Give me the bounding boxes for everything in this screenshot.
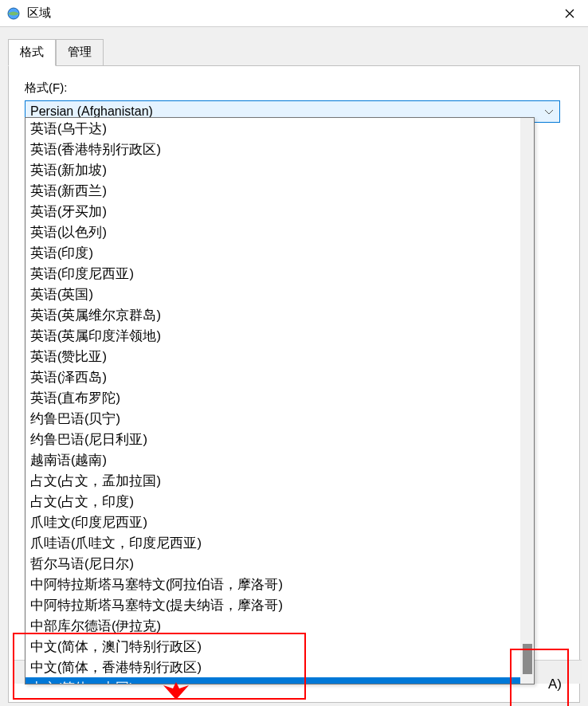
locale-option[interactable]: 英语(英国)	[25, 284, 534, 304]
locale-option[interactable]: 英语(印度尼西亚)	[25, 263, 534, 284]
dialog-body: 格式 管理 格式(F): Persian (Afghanistan) 英语(乌干…	[0, 27, 588, 706]
locale-option[interactable]: 中部库尔德语(伊拉克)	[25, 615, 534, 636]
window-title: 区域	[27, 6, 551, 21]
locale-option[interactable]: 英语(新西兰)	[25, 180, 534, 201]
locale-option[interactable]: 中阿特拉斯塔马塞特文(提夫纳语，摩洛哥)	[25, 594, 534, 615]
locale-option[interactable]: 中文(简体，澳门特别行政区)	[25, 636, 534, 657]
locale-option[interactable]: 英语(泽西岛)	[25, 367, 534, 387]
locale-option[interactable]: 中文(简体，香港特别行政区)	[25, 657, 534, 677]
locale-option[interactable]: 英语(英属维尔京群岛)	[25, 304, 534, 325]
locale-option[interactable]: 英语(牙买加)	[25, 201, 534, 222]
locale-option[interactable]: 爪哇语(爪哇文，印度尼西亚)	[25, 532, 534, 553]
locale-option[interactable]: 英语(直布罗陀)	[25, 387, 534, 408]
locale-option[interactable]: 中阿特拉斯塔马塞特文(阿拉伯语，摩洛哥)	[25, 574, 534, 594]
tab-strip: 格式 管理	[8, 38, 588, 65]
locale-option[interactable]: 英语(香港特别行政区)	[25, 139, 534, 159]
locale-option[interactable]: 约鲁巴语(贝宁)	[25, 408, 534, 429]
locale-option[interactable]: 英语(英属印度洋领地)	[25, 325, 534, 346]
dropdown-inner: 英语(乌干达)英语(香港特别行政区)英语(新加坡)英语(新西兰)英语(牙买加)英…	[25, 118, 534, 684]
tab-admin[interactable]: 管理	[56, 39, 104, 66]
locale-option[interactable]: 爪哇文(印度尼西亚)	[25, 512, 534, 532]
scrollbar-thumb[interactable]	[523, 644, 532, 674]
locale-option[interactable]: 英语(以色列)	[25, 222, 534, 242]
format-dropdown-list[interactable]: 英语(乌干达)英语(香港特别行政区)英语(新加坡)英语(新西兰)英语(牙买加)英…	[25, 117, 535, 684]
format-panel: 格式(F): Persian (Afghanistan) 英语(乌干达)英语(香…	[8, 65, 580, 703]
locale-option[interactable]: 哲尔马语(尼日尔)	[25, 553, 534, 574]
partial-text: A)	[548, 677, 562, 692]
locale-option[interactable]: 越南语(越南)	[25, 449, 534, 470]
scrollbar-track[interactable]	[520, 118, 534, 684]
close-button[interactable]	[551, 0, 588, 27]
format-label: 格式(F):	[25, 80, 563, 96]
locale-option[interactable]: 英语(新加坡)	[25, 159, 534, 180]
tab-format[interactable]: 格式	[8, 39, 56, 66]
locale-option[interactable]: 占文(占文，孟加拉国)	[25, 470, 534, 491]
close-icon	[565, 9, 574, 18]
locale-option[interactable]: 中文(简体，中国)	[25, 677, 534, 684]
locale-option[interactable]: 英语(赞比亚)	[25, 346, 534, 367]
region-dialog: 区域 格式 管理 格式(F): Persian (Afghanistan) 英语…	[0, 0, 588, 706]
chevron-down-icon	[542, 106, 556, 117]
titlebar: 区域	[0, 0, 588, 27]
locale-option[interactable]: 占文(占文，印度)	[25, 491, 534, 512]
locale-option[interactable]: 约鲁巴语(尼日利亚)	[25, 429, 534, 449]
locale-option[interactable]: 英语(印度)	[25, 242, 534, 263]
locale-option[interactable]: 英语(乌干达)	[25, 118, 534, 139]
globe-icon	[6, 6, 21, 21]
